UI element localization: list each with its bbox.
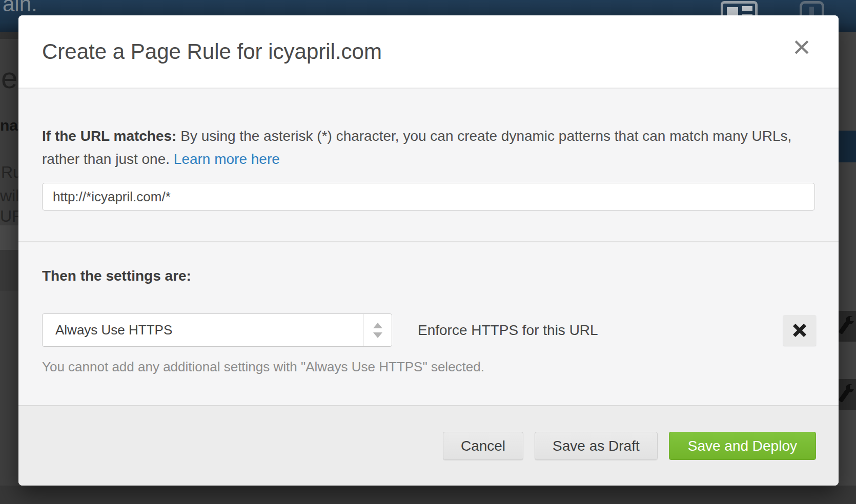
close-icon[interactable]: × — [785, 31, 818, 64]
url-match-label: If the URL matches: — [42, 128, 176, 144]
wrench-icon — [840, 384, 855, 405]
create-page-rule-modal: Create a Page Rule for icyapril.com × If… — [18, 15, 839, 486]
save-as-draft-button[interactable]: Save as Draft — [535, 432, 658, 460]
wrench-icon — [840, 316, 855, 337]
setting-note: You cannot add any additional settings w… — [42, 359, 484, 375]
dimmed-page-left-edge: e nav Ru will UR — [0, 32, 18, 486]
modal-title: Create a Page Rule for icyapril.com — [42, 39, 382, 64]
learn-more-link[interactable]: Learn more here — [174, 151, 280, 167]
modal-header: Create a Page Rule for icyapril.com × — [18, 15, 839, 89]
select-stepper-icon — [363, 314, 392, 346]
section-divider — [18, 241, 839, 242]
left-band — [0, 225, 18, 250]
setting-select[interactable]: Always Use HTTPS — [42, 313, 392, 347]
save-and-deploy-button[interactable]: Save and Deploy — [669, 432, 816, 460]
setting-row: Always Use HTTPS Enforce HTTPS for this … — [42, 313, 816, 347]
remove-setting-button[interactable] — [783, 315, 816, 346]
left-band — [0, 32, 18, 39]
dimmed-wrench-button — [838, 379, 856, 410]
dimmed-page-right-edge — [838, 32, 856, 486]
modal-footer: Cancel Save as Draft Save and Deploy — [18, 405, 839, 486]
settings-heading: Then the settings are: — [42, 268, 191, 284]
screen: ain. e nav Ru will UR Create a Page Rule… — [0, 0, 856, 504]
url-match-description: If the URL matches: By using the asteris… — [42, 124, 796, 171]
setting-description: Enforce HTTPS for this URL — [418, 322, 598, 339]
url-pattern-input[interactable] — [42, 183, 815, 211]
dimmed-wrench-button — [838, 311, 856, 342]
left-band — [0, 250, 18, 291]
setting-select-value: Always Use HTTPS — [43, 322, 172, 338]
dimmed-page-bottom-edge — [0, 486, 856, 504]
modal-body: If the URL matches: By using the asteris… — [18, 90, 839, 405]
cancel-button[interactable]: Cancel — [443, 432, 523, 460]
topbar-text-fragment: ain. — [3, 0, 37, 16]
page-text-fragment: e — [1, 60, 17, 95]
